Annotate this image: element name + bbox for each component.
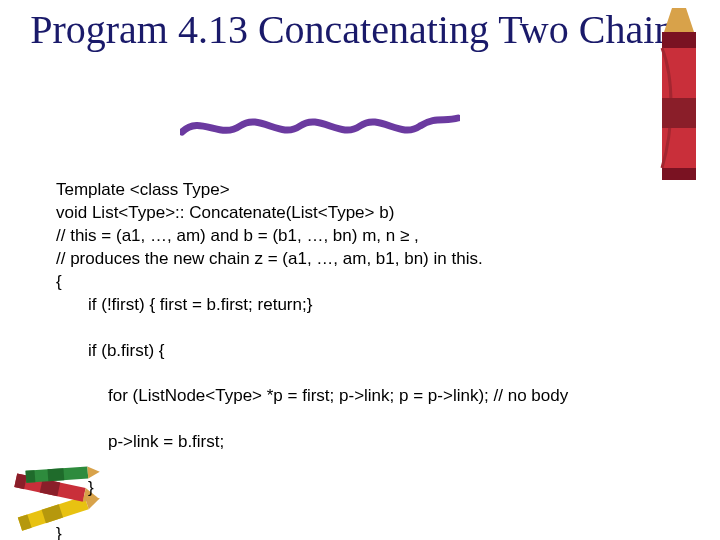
code-line: }: [56, 477, 676, 500]
code-line: void List<Type>:: Concatenate(List<Type>…: [56, 203, 394, 222]
svg-marker-0: [664, 8, 694, 32]
code-line: Template <class Type>: [56, 180, 230, 199]
code-line: {: [56, 272, 62, 291]
code-line: }: [56, 524, 62, 540]
svg-rect-3: [662, 98, 696, 128]
code-line: if (!first) { first = b.first; return;}: [56, 294, 676, 317]
code-line: for (ListNode<Type> *p = first; p->link;…: [56, 385, 676, 408]
code-line: // this = (a1, …, am) and b = (b1, …, bn…: [56, 226, 419, 245]
purple-squiggle-icon: [180, 112, 460, 140]
code-line: p->link = b.first;: [56, 431, 676, 454]
svg-rect-14: [26, 470, 36, 483]
code-line: // produces the new chain z = (a1, …, am…: [56, 249, 483, 268]
slide-title: Program 4.13 Concatenating Two Chains: [0, 8, 720, 52]
svg-rect-1: [662, 32, 696, 48]
code-line: if (b.first) {: [56, 340, 676, 363]
code-block: Template <class Type> void List<Type>:: …: [56, 156, 676, 540]
